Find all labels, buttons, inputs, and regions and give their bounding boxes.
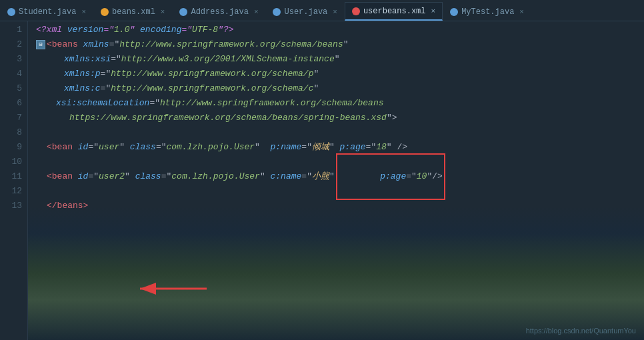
code-area[interactable]: <?xml version="1.0" encoding="UTF-8"?> ⊟… (28, 21, 644, 340)
line-num-11: 11 (0, 169, 22, 184)
java-icon (450, 8, 458, 16)
java-icon (273, 8, 281, 16)
code-line-3: xmlns:xsi="http://www.w3.org/2001/XMLSch… (36, 52, 644, 67)
close-icon[interactable]: × (519, 8, 524, 16)
editor: 1 2 3 4 5 6 7 8 9 10 11 12 13 <?xml vers… (0, 21, 644, 340)
watermark: https://blog.csdn.net/QuantumYou (526, 327, 636, 335)
arrow-annotation (133, 275, 213, 305)
line-num-6: 6 (0, 96, 22, 111)
tab-beans-xml[interactable]: beans.xml × (93, 2, 172, 21)
code-line-2: ⊟ <beans xmlns="http://www.springframewo… (36, 37, 644, 52)
fold-icon[interactable]: ⊟ (36, 40, 45, 49)
code-line-7: https://www.springframework.org/schema/b… (36, 111, 644, 125)
tab-user-java[interactable]: User.java × (265, 2, 344, 21)
close-icon[interactable]: × (333, 8, 337, 16)
line-num-3: 3 (0, 52, 22, 67)
code-line-8 (36, 125, 644, 140)
close-icon[interactable]: × (161, 8, 165, 16)
tab-address-java[interactable]: Address.java × (172, 2, 265, 21)
tab-mytest-java[interactable]: MyTest.java × (443, 2, 531, 21)
close-icon[interactable]: × (431, 7, 436, 15)
code-line-4: xmlns:p="http://www.springframework.org/… (36, 67, 644, 81)
code-line-6: xsi:schemaLocation="http://www.springfra… (36, 96, 644, 111)
tab-userbeans-xml[interactable]: userbeans.xml × (345, 2, 443, 21)
line-num-5: 5 (0, 81, 22, 96)
line-num-13: 13 (0, 199, 22, 213)
java-icon (179, 8, 187, 16)
line-numbers: 1 2 3 4 5 6 7 8 9 10 11 12 13 (0, 21, 28, 340)
line-num-9: 9 (0, 140, 22, 155)
tab-student-java[interactable]: Student.java × (0, 2, 93, 21)
line-num-4: 4 (0, 67, 22, 81)
code-line-13: </beans> (36, 199, 644, 213)
code-line-1: <?xml version="1.0" encoding="UTF-8"?> (36, 23, 644, 37)
close-icon[interactable]: × (81, 8, 86, 16)
xml-declaration: <?xml (36, 23, 67, 37)
code-line-9: <bean id="user" class="com.lzh.pojo.User… (36, 140, 644, 155)
line-num-7: 7 (0, 111, 22, 125)
line-num-2: 2 (0, 37, 22, 52)
highlight-annotation: p:age="10"/> (336, 153, 445, 200)
xml-icon-active (352, 7, 360, 15)
line-num-10: 10 (0, 155, 22, 169)
line-num-12: 12 (0, 184, 22, 199)
code-line-11: <bean id="user2" class="com.lzh.pojo.Use… (36, 169, 644, 184)
code-line-5: xmlns:c="http://www.springframework.org/… (36, 81, 644, 96)
tab-bar: Student.java × beans.xml × Address.java … (0, 0, 644, 21)
close-icon[interactable]: × (254, 8, 259, 16)
java-icon (7, 8, 15, 16)
xml-icon (101, 8, 109, 16)
line-num-1: 1 (0, 23, 22, 37)
line-num-8: 8 (0, 125, 22, 140)
